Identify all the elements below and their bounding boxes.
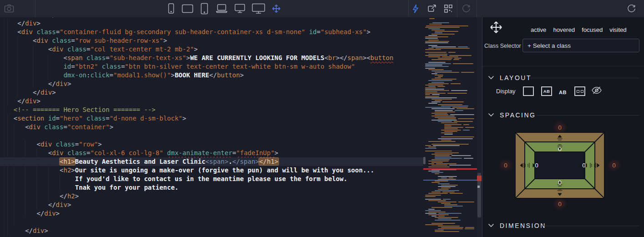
margin-top-value[interactable]: 0: [555, 124, 564, 131]
code-line[interactable]: id="btn2" class="btn btn-silver text-cen…: [0, 62, 423, 71]
code-line[interactable]: <div class="row">: [0, 140, 423, 149]
code-line[interactable]: <!-- ======= Hero Section ======= -->: [0, 106, 423, 114]
editor-scrollbar[interactable]: [477, 17, 482, 237]
dimension-collapse-chevron-icon[interactable]: [488, 223, 494, 227]
minimap[interactable]: [423, 17, 477, 237]
code-line[interactable]: <div class="col text-center mt-2 mb-2">: [0, 45, 423, 54]
spacing-section-title: SPACING: [500, 111, 536, 119]
code-line[interactable]: <span class="sub-header-text-xs">WE ARE …: [0, 54, 423, 62]
code-line[interactable]: dmx-on:click="modal1.show()">BOOK HERE</…: [0, 71, 423, 80]
phone-icon[interactable]: [167, 3, 176, 15]
screenshot-camera-icon[interactable]: [4, 3, 15, 14]
code-line[interactable]: If youd'd like to contact us in the mean…: [0, 175, 423, 183]
state-visited[interactable]: visited: [609, 26, 626, 33]
device-preview-group: [167, 0, 281, 17]
padding-top-value[interactable]: 0: [558, 146, 562, 152]
qr-code-icon[interactable]: [443, 4, 453, 14]
phone-large-icon[interactable]: [199, 3, 209, 15]
code-line[interactable]: Tnak you for your patience.: [0, 183, 423, 192]
inline-block-ab-label: AB: [543, 89, 550, 94]
panel-divider: [482, 66, 644, 66]
section-rule: [542, 226, 639, 226]
scrollbar-position-marker: [477, 186, 480, 188]
code-line[interactable]: <section id="hero" class="d-none d-sm-bl…: [0, 114, 423, 123]
code-line[interactable]: </div>: [0, 19, 423, 28]
top-toolbar: [0, 0, 644, 18]
eye-slash-icon: [591, 86, 602, 95]
toolbar-divider: [477, 0, 477, 17]
padding-right-value[interactable]: 0: [582, 162, 586, 169]
code-line[interactable]: </div>: [0, 80, 423, 88]
element-move-icon[interactable]: [489, 20, 503, 35]
section-rule: [531, 78, 639, 78]
spacing-collapse-chevron-icon[interactable]: [488, 113, 494, 117]
code-line[interactable]: <div class="col-xl-6 col-lg-8" dmx-anima…: [0, 149, 423, 157]
state-hovered[interactable]: hovered: [553, 26, 575, 33]
resize-move-icon[interactable]: [271, 4, 281, 14]
code-line[interactable]: [0, 131, 423, 140]
code-line[interactable]: </div>: [0, 227, 423, 235]
toolbar-divider: [457, 0, 457, 17]
minimap-current-line: [423, 180, 477, 181]
minimap-error-line: [423, 168, 477, 170]
share-icon[interactable]: [427, 4, 437, 14]
laptop-icon[interactable]: [215, 3, 228, 15]
bolt-icon[interactable]: [411, 4, 421, 14]
inline-ab-label: AB: [559, 90, 567, 95]
flex-icon: [574, 86, 585, 96]
state-active[interactable]: active: [531, 26, 546, 33]
scrollbar-error-marker: [477, 176, 482, 181]
code-line[interactable]: [0, 218, 423, 227]
inline-block-icon: AB: [541, 86, 552, 96]
margin-bottom-value[interactable]: 0: [555, 201, 564, 207]
desktop-icon[interactable]: [234, 3, 246, 15]
state-selector: active hovered focused visited: [531, 26, 627, 33]
toolbar-divider: [408, 0, 409, 17]
code-line[interactable]: <div class="container-fluid bg-secondary…: [0, 28, 423, 36]
code-line[interactable]: <h2>Our site is ungoing a make-over (for…: [0, 166, 423, 175]
refresh-icon-disabled[interactable]: [461, 4, 471, 14]
code-line[interactable]: <h1>Beauty Aesthetics and Laser Clinic<s…: [0, 157, 423, 166]
display-inline-button[interactable]: AB: [559, 88, 567, 96]
code-lines: </div> </div> <div class="container-flui…: [0, 17, 423, 235]
layout-collapse-chevron-icon[interactable]: [488, 76, 494, 80]
desktop-large-icon[interactable]: [252, 3, 265, 15]
code-line[interactable]: </h2>: [0, 192, 423, 201]
margin-left-value[interactable]: 0: [501, 162, 510, 169]
code-line[interactable]: </div>: [0, 209, 423, 218]
tablet-landscape-icon[interactable]: [182, 3, 193, 15]
padding-bottom-value[interactable]: 0: [558, 179, 562, 186]
state-focused[interactable]: focused: [582, 26, 603, 33]
box-model-rings: [515, 132, 605, 199]
box-model-diagram[interactable]: 0 0 0 0 0 0 0 0: [501, 123, 619, 210]
code-line[interactable]: </div>: [0, 201, 423, 209]
code-editor[interactable]: </div> </div> <div class="container-flui…: [0, 17, 423, 237]
padding-left-value[interactable]: 0: [535, 162, 538, 169]
toolbar-divider: [35, 0, 35, 17]
display-block-button[interactable]: [523, 86, 534, 96]
code-line[interactable]: <div class="row sub-header-row-xs">: [0, 36, 423, 45]
code-line[interactable]: </div>: [0, 97, 423, 106]
class-selector-label: Class Selector: [484, 43, 521, 49]
display-label: Display: [496, 88, 516, 95]
margin-right-value[interactable]: 0: [609, 162, 619, 169]
dimension-section-title: DIMENSION: [500, 222, 546, 229]
code-line[interactable]: <div class="container">: [0, 123, 423, 131]
class-selector-input[interactable]: [522, 39, 639, 52]
section-rule: [536, 115, 639, 116]
wappler-design-view: { "toolbar": { "left_icons": ["screensho…: [0, 0, 644, 237]
layout-section-title: LAYOUT: [500, 74, 532, 81]
display-none-button[interactable]: [591, 86, 602, 95]
display-flex-button[interactable]: [574, 86, 585, 96]
display-inline-block-button[interactable]: AB: [541, 86, 552, 96]
block-icon: [523, 86, 534, 96]
code-line[interactable]: </div>: [0, 88, 423, 97]
minimap-handle[interactable]: [423, 157, 426, 164]
panel-refresh-icon[interactable]: [627, 4, 636, 14]
inspector-panel: active hovered focused visited Class Sel…: [482, 17, 644, 237]
